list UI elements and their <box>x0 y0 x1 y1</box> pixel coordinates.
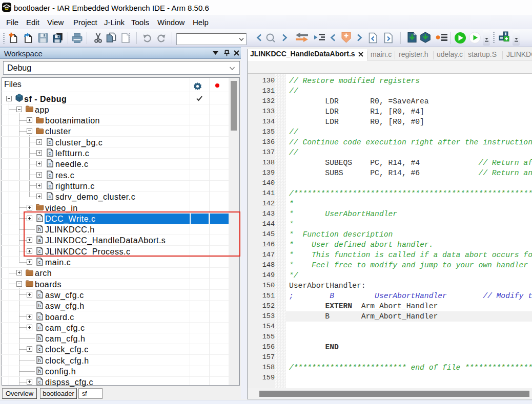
svg-text:c: c <box>38 260 41 265</box>
svg-text:h: h <box>38 369 40 374</box>
svg-text:c: c <box>38 379 41 385</box>
svg-text:c: c <box>38 347 41 352</box>
svg-text:c: c <box>49 140 51 145</box>
svg-text:c: c <box>49 161 51 166</box>
svg-text:c: c <box>38 292 41 297</box>
svg-text:h: h <box>38 358 40 363</box>
svg-text:c: c <box>49 173 51 178</box>
svg-text:c: c <box>49 151 51 156</box>
svg-text:c: c <box>49 183 51 188</box>
svg-text:c: c <box>38 325 41 330</box>
svg-text:h: h <box>38 303 40 308</box>
svg-text:h: h <box>38 336 40 341</box>
svg-text:c: c <box>38 314 41 320</box>
svg-text:c: c <box>49 194 51 199</box>
